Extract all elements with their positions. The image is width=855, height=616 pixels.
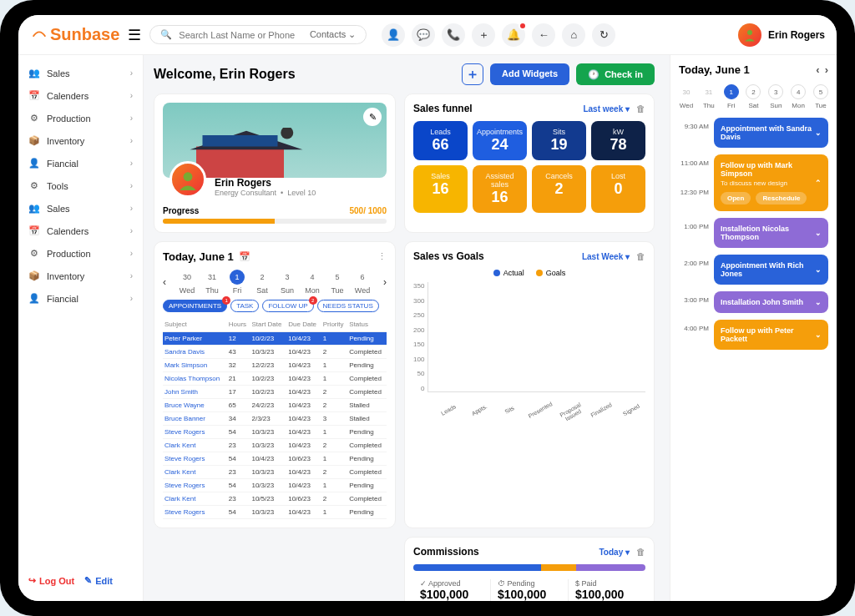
profile-icon[interactable]: 👤 — [382, 23, 405, 47]
table-header: Start Date — [250, 317, 286, 332]
brand-logo: Sunbase — [30, 25, 119, 44]
appointment-card[interactable]: Installetion Nicolas Thompson⌄ — [714, 218, 828, 248]
table-row[interactable]: Steve Rogers5410/3/2310/4/231Pending — [163, 426, 387, 439]
funnel-tile[interactable]: Cancels2 — [532, 165, 586, 213]
funnel-tile[interactable]: Lost0 — [591, 165, 645, 213]
funnel-tile[interactable]: Assisted sales16 — [473, 165, 527, 213]
table-row[interactable]: John Smith1710/2/2310/4/232Completed — [163, 386, 387, 399]
day-picker-item[interactable]: 2Sat — [252, 270, 272, 295]
rp-day[interactable]: 4Mon — [791, 84, 806, 109]
filter-pill[interactable]: NEEDS STATUS — [317, 300, 379, 312]
table-row[interactable]: Steve Rogers5410/3/2310/4/231Pending — [163, 506, 387, 519]
day-picker-item[interactable]: 5Tue — [327, 270, 347, 295]
appt-action-button[interactable]: Reschedule — [756, 192, 807, 204]
refresh-icon[interactable]: ↻ — [592, 23, 615, 47]
sidebar-label: Calenders — [47, 226, 89, 236]
funnel-tile[interactable]: Sales16 — [413, 165, 468, 213]
filter-pill[interactable]: TASK — [230, 300, 259, 312]
appointment-card[interactable]: Installation John Smith⌄ — [714, 291, 828, 313]
day-picker-item[interactable]: 30Wed — [177, 270, 197, 295]
funnel-tile[interactable]: Appointments24 — [473, 121, 527, 160]
commissions-range-select[interactable]: Today ▾ — [600, 548, 630, 557]
bell-icon[interactable]: 🔔 — [502, 23, 525, 47]
sidebar-item[interactable]: ⚙Tools› — [18, 174, 143, 197]
sidebar-item[interactable]: 📅Calenders› — [18, 84, 143, 107]
rp-prev-icon[interactable]: ‹ — [816, 63, 819, 76]
funnel-delete-icon[interactable]: 🗑 — [636, 104, 645, 114]
logout-button[interactable]: ↪ Log Out — [28, 575, 74, 586]
table-row[interactable]: Mark Simpson3212/2/2310/4/231Pending — [163, 359, 387, 372]
table-row[interactable]: Nicolas Thompson2110/2/2310/4/231Complet… — [163, 372, 387, 386]
appt-time: 2:00 PM — [679, 255, 709, 267]
edit-button[interactable]: ✎ Edit — [84, 575, 113, 586]
add-widgets-button[interactable]: Add Widgets — [490, 63, 569, 85]
calendar-icon[interactable]: 📅 — [239, 251, 250, 262]
back-icon[interactable]: ← — [532, 23, 555, 47]
sidebar-item[interactable]: 📦Inventory› — [18, 129, 143, 152]
add-icon[interactable]: ＋ — [472, 23, 495, 47]
appointment-card[interactable]: Appointment with Sandra Davis⌄ — [714, 118, 828, 148]
sidebar-item[interactable]: 👥Sales› — [18, 62, 143, 84]
rp-day[interactable]: 31Thu — [701, 84, 716, 109]
sidebar-icon: 👥 — [28, 68, 40, 78]
home-icon[interactable]: ⌂ — [562, 23, 585, 47]
funnel-tile[interactable]: Sits19 — [532, 121, 586, 160]
rp-day[interactable]: 30Wed — [679, 84, 694, 109]
menu-toggle-icon[interactable]: ☰ — [128, 26, 141, 44]
table-row[interactable]: Sandra Davis4310/3/2310/4/232Completed — [163, 346, 387, 359]
appt-action-button[interactable]: Open — [721, 192, 751, 204]
phone-icon[interactable]: 📞 — [442, 23, 465, 47]
day-picker-item[interactable]: 31Thu — [202, 270, 222, 295]
svg-range-select[interactable]: Last Week ▾ — [582, 252, 630, 261]
search-filter-select[interactable]: Contacts ⌄ — [310, 29, 356, 40]
day-picker-item[interactable]: 1Fri — [227, 270, 247, 295]
edit-illustration-icon[interactable]: ✎ — [363, 108, 382, 126]
rp-day[interactable]: 3Sun — [768, 84, 783, 109]
rp-day[interactable]: 1Fri — [724, 84, 739, 109]
table-row[interactable]: Steve Rogers5410/4/2310/6/231Pending — [163, 452, 387, 466]
sidebar-item[interactable]: 📅Calenders› — [18, 220, 143, 242]
prev-week-icon[interactable]: ‹ — [163, 276, 166, 288]
add-small-button[interactable]: ＋ — [462, 63, 483, 85]
table-header: Due Date — [286, 317, 321, 332]
appointment-card[interactable]: Follow up with Peter Packett⌄ — [714, 320, 828, 350]
svg-delete-icon[interactable]: 🗑 — [636, 251, 645, 261]
funnel-tile[interactable]: kW78 — [591, 121, 645, 160]
filter-pill[interactable]: APPOINTMENTS1 — [163, 300, 227, 312]
sidebar-icon: ⚙ — [28, 113, 40, 124]
rp-next-icon[interactable]: › — [825, 63, 828, 76]
table-row[interactable]: Bruce Wayne6524/2/2310/4/232Stalled — [163, 399, 387, 412]
more-icon[interactable]: ⋮ — [377, 251, 387, 262]
table-row[interactable]: Steve Rogers5410/3/2310/4/231Pending — [163, 479, 387, 492]
next-week-icon[interactable]: › — [383, 276, 387, 288]
sidebar-item[interactable]: 📦Inventory› — [18, 265, 143, 287]
current-user[interactable]: Erin Rogers — [738, 23, 825, 47]
table-row[interactable]: Bruce Banner342/3/2310/4/233Stalled — [163, 412, 387, 426]
appointment-card[interactable]: Follow up with Mark SimpsonTo discuss ne… — [714, 154, 828, 211]
day-picker-item[interactable]: 4Mon — [302, 270, 322, 295]
sidebar-item[interactable]: ⚙Production› — [18, 107, 143, 129]
table-row[interactable]: Peter Parker1210/2/2310/4/231Pending — [163, 332, 387, 346]
sidebar-item[interactable]: ⚙Production› — [18, 242, 143, 265]
svg-point-4 — [281, 128, 293, 139]
sidebar-item[interactable]: 👤Fiancial› — [18, 152, 143, 174]
sidebar-icon: 👤 — [28, 293, 40, 304]
day-picker-item[interactable]: 3Sun — [277, 270, 297, 295]
appointment-card[interactable]: Appointment With Rich Jones⌄ — [714, 255, 828, 285]
check-in-button[interactable]: 🕐 Check in — [576, 63, 655, 85]
rp-day[interactable]: 5Tue — [813, 84, 828, 109]
table-row[interactable]: Clark Kent2310/3/2310/4/232Completed — [163, 466, 387, 479]
rp-day[interactable]: 2Sat — [746, 84, 761, 109]
commissions-delete-icon[interactable]: 🗑 — [636, 547, 645, 557]
funnel-tile[interactable]: Leads66 — [413, 121, 468, 160]
sidebar-item[interactable]: 👥Sales› — [18, 197, 143, 220]
sidebar-item[interactable]: 👤Fiancial› — [18, 287, 143, 310]
table-row[interactable]: Clark Kent2310/3/2310/4/232Completed — [163, 439, 387, 452]
funnel-range-select[interactable]: Last week ▾ — [583, 104, 630, 114]
chat-icon[interactable]: 💬 — [412, 23, 435, 47]
search-bar[interactable]: 🔍 Contacts ⌄ — [149, 25, 367, 44]
table-row[interactable]: Clark Kent2310/5/2310/6/232Completed — [163, 492, 387, 506]
filter-pill[interactable]: FOLLOW UP2 — [262, 300, 313, 312]
day-picker-item[interactable]: 6Wed — [352, 270, 372, 295]
search-input[interactable] — [179, 30, 303, 40]
